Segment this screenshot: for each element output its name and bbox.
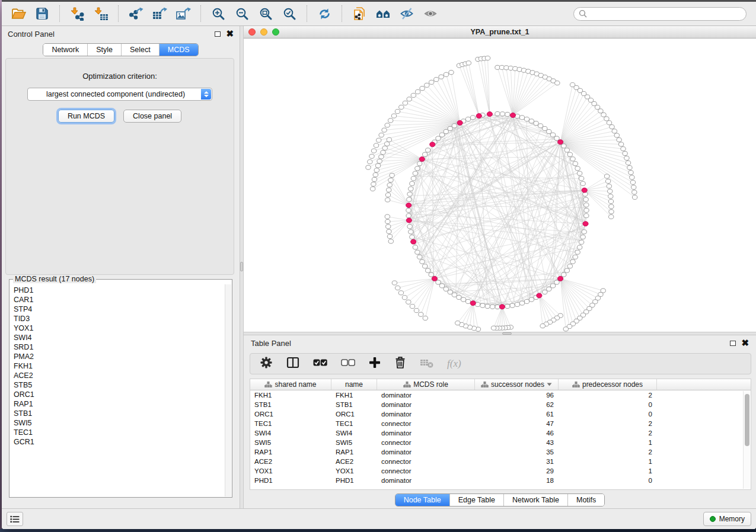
graph-node[interactable] [429, 273, 433, 277]
mcds-hub-node[interactable] [558, 276, 563, 281]
graph-node[interactable] [573, 162, 578, 166]
table-panel-float-icon[interactable] [730, 341, 736, 346]
tab-node-table[interactable]: Node Table [395, 494, 449, 506]
import-table-button[interactable] [89, 4, 113, 24]
zoom-out-button[interactable] [230, 4, 254, 24]
graph-node[interactable] [534, 121, 538, 126]
graph-node[interactable] [529, 297, 534, 302]
graph-node[interactable] [505, 112, 510, 116]
mcds-result-item[interactable]: PHD1 [14, 286, 224, 295]
save-session-button[interactable] [30, 4, 54, 24]
graph-node[interactable] [374, 168, 379, 172]
graph-node[interactable] [395, 110, 400, 114]
mcds-hub-node[interactable] [487, 112, 492, 117]
graph-node[interactable] [614, 133, 619, 137]
table-row[interactable]: ACE2ACE2connector311 [250, 457, 751, 466]
graph-node[interactable] [630, 175, 634, 180]
graph-node[interactable] [495, 111, 500, 116]
graph-node[interactable] [524, 117, 529, 121]
graph-node[interactable] [547, 287, 551, 291]
graph-node[interactable] [580, 235, 585, 239]
graph-node[interactable] [369, 154, 374, 158]
graph-node[interactable] [379, 133, 384, 137]
graph-node[interactable] [540, 324, 545, 328]
graph-node[interactable] [379, 155, 384, 159]
control-panel-float-icon[interactable] [215, 31, 221, 37]
graph-node[interactable] [423, 316, 428, 320]
graph-node[interactable] [385, 198, 390, 202]
graph-node[interactable] [604, 117, 609, 121]
graph-node[interactable] [584, 203, 589, 207]
graph-node[interactable] [415, 250, 420, 254]
graph-node[interactable] [577, 245, 582, 249]
graph-node[interactable] [386, 225, 391, 229]
graph-node[interactable] [592, 101, 596, 105]
graph-node[interactable] [588, 98, 593, 102]
table-row[interactable]: PHD1PHD1dominator180 [250, 476, 751, 485]
mcds-hub-node[interactable] [476, 114, 481, 118]
table-row[interactable]: ORC1ORC1dominator610 [250, 409, 751, 419]
graph-node[interactable] [490, 305, 495, 309]
graph-node[interactable] [411, 177, 416, 181]
graph-node[interactable] [564, 268, 569, 273]
table-row[interactable]: SWI5SWI5connector431 [250, 438, 751, 447]
export-image-button[interactable] [171, 4, 195, 24]
tab-mcds[interactable]: MCDS [159, 44, 198, 56]
graph-node[interactable] [457, 295, 461, 299]
graph-node[interactable] [387, 183, 392, 187]
graph-node[interactable] [406, 300, 411, 304]
mcds-result-item[interactable]: SRD1 [14, 342, 224, 352]
graph-node[interactable] [387, 137, 391, 142]
column-header-shared-name[interactable]: shared name [250, 379, 331, 390]
graph-node[interactable] [409, 187, 413, 191]
table-row[interactable]: SWI4SWI4dominator462 [250, 428, 751, 438]
table-row[interactable]: RAP1RAP1dominator352 [250, 447, 751, 457]
graph-node[interactable] [385, 219, 390, 223]
graph-node[interactable] [415, 89, 420, 94]
graph-node[interactable] [624, 156, 629, 160]
graph-node[interactable] [608, 199, 613, 203]
graph-node[interactable] [385, 214, 390, 219]
graph-node[interactable] [550, 284, 555, 288]
graph-node[interactable] [632, 195, 637, 199]
graph-node[interactable] [485, 56, 490, 60]
graph-node[interactable] [381, 150, 385, 155]
graph-node[interactable] [413, 171, 417, 175]
graph-node[interactable] [407, 192, 412, 196]
graph-node[interactable] [529, 119, 534, 123]
mcds-result-item[interactable]: TID3 [14, 314, 224, 323]
graph-node[interactable] [382, 128, 387, 132]
mcds-result-item[interactable]: ACE2 [14, 371, 224, 380]
graph-node[interactable] [612, 129, 617, 133]
graph-node[interactable] [601, 113, 606, 117]
graph-node[interactable] [632, 190, 637, 194]
graph-node[interactable] [455, 321, 460, 325]
graph-node[interactable] [598, 109, 603, 113]
graph-node[interactable] [584, 208, 589, 212]
graph-node[interactable] [605, 179, 610, 183]
mcds-hub-node[interactable] [457, 120, 462, 125]
graph-node[interactable] [627, 165, 632, 169]
vertical-splitter[interactable] [240, 26, 244, 508]
graph-node[interactable] [465, 299, 470, 303]
graph-node[interactable] [406, 214, 411, 218]
graph-node[interactable] [415, 166, 420, 171]
mcds-result-item[interactable]: ORC1 [14, 390, 224, 399]
column-header-name[interactable]: name [331, 379, 377, 390]
graph-node[interactable] [570, 157, 575, 161]
graph-node[interactable] [407, 97, 412, 101]
graph-node[interactable] [524, 299, 529, 303]
graph-node[interactable] [414, 309, 419, 313]
graph-node[interactable] [448, 290, 452, 294]
graph-node[interactable] [623, 151, 627, 155]
graph-node[interactable] [417, 162, 422, 166]
column-header-mcds-role[interactable]: MCDS role [377, 379, 475, 390]
create-column-button[interactable] [369, 357, 381, 371]
mcds-hub-node[interactable] [411, 239, 416, 244]
graph-node[interactable] [500, 112, 505, 116]
mcds-result-item[interactable]: SWI5 [14, 418, 224, 428]
mcds-result-item[interactable]: TEC1 [14, 428, 224, 437]
mcds-hub-node[interactable] [510, 113, 515, 118]
graph-node[interactable] [562, 273, 566, 277]
graph-node[interactable] [505, 304, 510, 308]
